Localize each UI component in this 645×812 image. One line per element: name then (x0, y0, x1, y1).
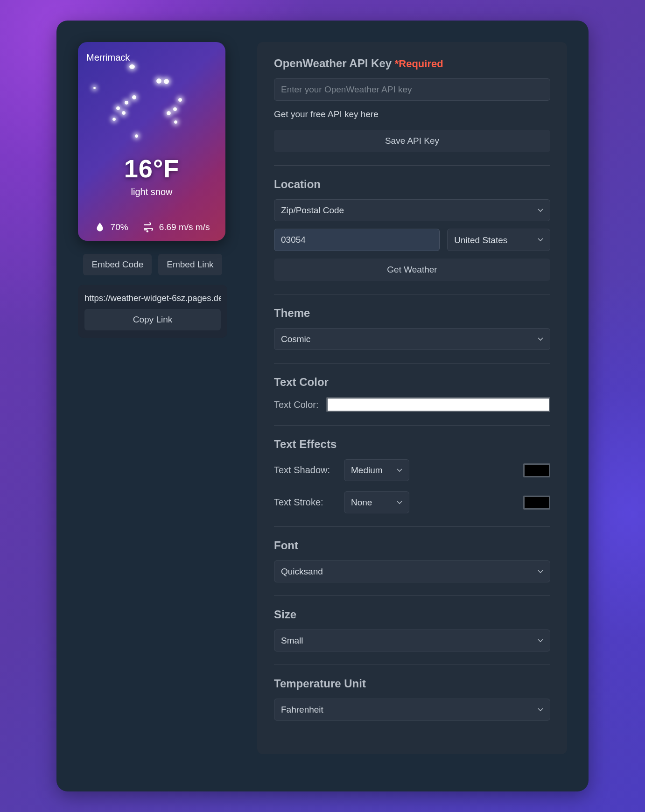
text-color-title: Text Color (274, 376, 550, 389)
temperature-block: 16°F light snow (78, 154, 225, 197)
humidity-value: 70% (111, 222, 128, 232)
embed-button-row: Embed Code Embed Link (78, 254, 227, 275)
weather-widget-preview: Merrimack 16°F light snow (78, 42, 225, 241)
api-help-link[interactable]: Get your free API key here (274, 109, 550, 119)
text-stroke-select[interactable]: None (344, 491, 409, 513)
location-title: Location (274, 178, 550, 191)
save-api-key-button[interactable]: Save API Key (274, 130, 550, 152)
settings-panel: OpenWeather API Key *Required Get your f… (257, 42, 567, 754)
text-stroke-row: Text Stroke: None (274, 491, 550, 513)
location-method-select[interactable]: Zip/Postal Code (274, 199, 550, 221)
preview-column: Merrimack 16°F light snow (78, 42, 227, 770)
font-title: Font (274, 539, 550, 552)
app-card: Merrimack 16°F light snow (56, 21, 589, 791)
zip-input[interactable] (274, 229, 440, 251)
size-select[interactable]: Small (274, 630, 550, 651)
text-stroke-label: Text Stroke: (274, 497, 336, 508)
embed-link-panel: https://weather-widget-6sz.pages.dev/? C… (78, 285, 227, 338)
size-title: Size (274, 608, 550, 621)
wind-value: 6.69 m/s m/s (159, 222, 210, 232)
copy-link-button[interactable]: Copy Link (84, 309, 221, 330)
required-badge: *Required (395, 58, 443, 70)
text-shadow-select[interactable]: Medium (344, 459, 409, 481)
country-select[interactable]: United States (447, 229, 550, 251)
text-shadow-label: Text Shadow: (274, 465, 336, 476)
text-color-label: Text Color: (274, 399, 319, 411)
text-color-row: Text Color: (274, 397, 550, 412)
text-color-section: Text Color Text Color: (274, 376, 550, 426)
cosmic-stars-decoration (78, 42, 225, 241)
api-key-input[interactable] (274, 78, 550, 101)
text-effects-title: Text Effects (274, 438, 550, 451)
weather-footer: 70% 6.69 m/s m/s (78, 221, 225, 233)
unit-select[interactable]: Fahrenheit (274, 699, 550, 721)
shadow-color-picker[interactable] (523, 463, 550, 477)
temperature-value: 16°F (78, 154, 225, 183)
text-shadow-row: Text Shadow: Medium (274, 459, 550, 481)
theme-section: Theme Cosmic (274, 307, 550, 364)
weather-description: light snow (78, 187, 225, 197)
wind-item: 6.69 m/s m/s (142, 221, 210, 233)
embed-url-text[interactable]: https://weather-widget-6sz.pages.dev/? (84, 293, 221, 303)
settings-column: OpenWeather API Key *Required Get your f… (257, 42, 567, 770)
theme-title: Theme (274, 307, 550, 320)
wind-icon (142, 221, 154, 233)
text-color-picker[interactable] (326, 397, 550, 412)
humidity-item: 70% (94, 221, 128, 233)
size-section: Size Small (274, 608, 550, 665)
location-row: United States (274, 229, 550, 251)
location-section: Location Zip/Postal Code United States G… (274, 178, 550, 294)
unit-section: Temperature Unit Fahrenheit (274, 677, 550, 734)
api-key-title: OpenWeather API Key *Required (274, 57, 550, 70)
theme-select[interactable]: Cosmic (274, 328, 550, 350)
embed-link-button[interactable]: Embed Link (158, 254, 222, 275)
embed-code-button[interactable]: Embed Code (83, 254, 152, 275)
unit-title: Temperature Unit (274, 677, 550, 690)
city-name: Merrimack (86, 52, 217, 63)
stroke-color-picker[interactable] (523, 496, 550, 510)
droplet-icon (94, 221, 106, 233)
api-key-title-text: OpenWeather API Key (274, 57, 392, 70)
api-key-section: OpenWeather API Key *Required Get your f… (274, 57, 550, 166)
font-section: Font Quicksand (274, 539, 550, 596)
font-select[interactable]: Quicksand (274, 560, 550, 582)
get-weather-button[interactable]: Get Weather (274, 259, 550, 281)
text-effects-section: Text Effects Text Shadow: Medium Text St… (274, 438, 550, 527)
